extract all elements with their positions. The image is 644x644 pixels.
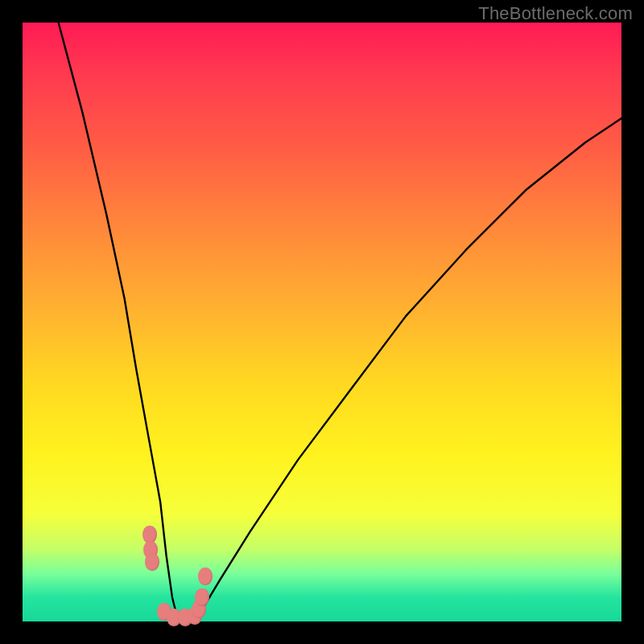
watermark-text: TheBottleneck.com bbox=[478, 3, 633, 24]
marker-point bbox=[145, 553, 159, 571]
marker-point bbox=[195, 588, 209, 606]
plot-area bbox=[23, 23, 621, 621]
chart-frame: TheBottleneck.com bbox=[0, 0, 644, 644]
marker-point bbox=[198, 568, 213, 585]
bottleneck-curve bbox=[23, 23, 621, 621]
